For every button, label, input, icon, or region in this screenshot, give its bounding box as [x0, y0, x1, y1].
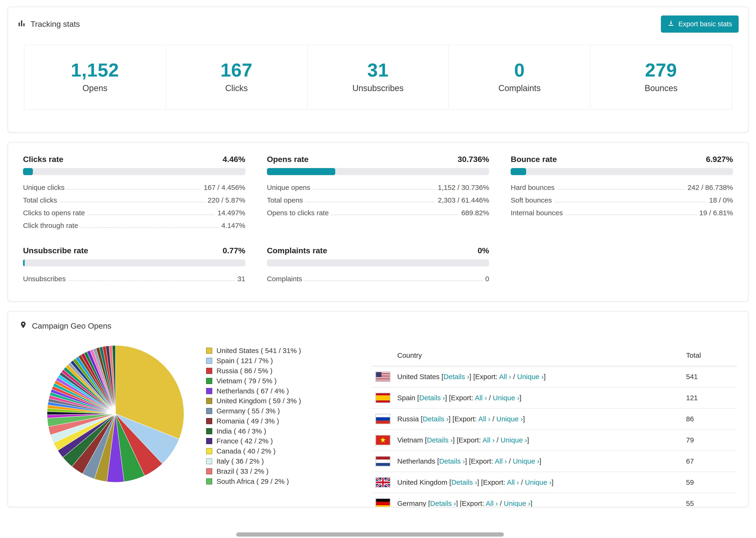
campaign-geo-opens-card: Campaign Geo Opens United States ( 541 /… [8, 311, 748, 507]
export-all-link-gb[interactable]: All › [507, 478, 519, 486]
legend-swatch [206, 398, 212, 404]
flag-gb-icon [375, 477, 391, 488]
details-link-vn[interactable]: Details › [427, 436, 453, 444]
export-all-link-es[interactable]: All › [475, 394, 487, 402]
tracking-stats-title: Tracking stats [17, 19, 80, 29]
legend-item: Romania ( 49 / 3% ) [206, 416, 371, 426]
stat-value: 279 [590, 59, 731, 81]
rate-value: 6.927% [706, 155, 733, 164]
rate-block-unsubscribe-rate: Unsubscribe rate0.77%Unsubscribes31 [23, 246, 245, 285]
bar-chart-icon [17, 19, 26, 29]
stat-opens: 1,152Opens [24, 45, 166, 110]
rate-value: 30.736% [458, 155, 489, 164]
rate-value: 4.46% [223, 155, 245, 164]
country-cell: United States [Details ›] [Export: All ›… [397, 373, 546, 381]
country-cell: Vietnam [Details ›] [Export: All › / Uni… [397, 436, 529, 444]
total-cell: 541 [686, 373, 733, 381]
tracking-stats-header: Tracking stats Export basic stats [17, 16, 739, 32]
details-link-gb[interactable]: Details › [451, 478, 477, 486]
rate-row: Total clicks220 / 5.87% [23, 194, 245, 207]
rate-value: 0.77% [223, 246, 245, 255]
legend-swatch [206, 408, 212, 414]
total-cell: 59 [686, 478, 733, 486]
export-unique-link-us[interactable]: Unique › [517, 373, 544, 381]
legend-swatch [206, 438, 212, 444]
rate-block-bounce-rate: Bounce rate6.927%Hard bounces242 / 86.73… [511, 155, 733, 232]
legend-item: Canada ( 40 / 2% ) [206, 446, 371, 456]
legend-label: Canada ( 40 / 2% ) [216, 447, 276, 455]
legend-item: Brazil ( 33 / 2% ) [206, 466, 371, 476]
rate-row: Soft bounces18 / 0% [511, 194, 733, 207]
legend-swatch [206, 368, 212, 374]
table-row-ru: Russia [Details ›] [Export: All › / Uniq… [371, 409, 737, 430]
rate-title: Clicks rate [23, 155, 63, 164]
map-pin-icon [19, 321, 27, 331]
rate-row: Hard bounces242 / 86.738% [511, 181, 733, 194]
legend-item: Germany ( 55 / 3% ) [206, 406, 371, 416]
rate-progress-bar [511, 168, 733, 175]
legend-label: United States ( 541 / 31% ) [216, 347, 301, 355]
stat-label: Complaints [449, 83, 590, 93]
export-all-link-nl[interactable]: All › [495, 457, 507, 465]
total-cell: 121 [686, 394, 733, 402]
geo-opens-pie-chart [44, 342, 188, 486]
export-basic-stats-button[interactable]: Export basic stats [661, 16, 739, 32]
rate-row: Clicks to opens rate14.497% [23, 207, 245, 219]
download-icon [668, 20, 675, 28]
flag-vn-icon [375, 435, 391, 445]
table-row-vn: Vietnam [Details ›] [Export: All › / Uni… [371, 430, 737, 451]
details-link-de[interactable]: Details › [430, 500, 456, 507]
export-all-link-us[interactable]: All › [499, 373, 512, 381]
legend-item: United Kingdom ( 59 / 3% ) [206, 396, 371, 406]
legend-swatch [206, 458, 212, 464]
total-cell: 55 [686, 500, 733, 507]
country-cell: United Kingdom [Details ›] [Export: All … [397, 478, 553, 486]
rate-row: Internal bounces19 / 6.81% [511, 207, 733, 219]
rate-block-complaints-rate: Complaints rate0%Complaints0 [267, 246, 489, 285]
legend-label: Romania ( 49 / 3% ) [216, 417, 279, 425]
tracking-stats-card: Tracking stats Export basic stats 1,152O… [8, 7, 748, 133]
rate-block-opens-rate: Opens rate30.736%Unique opens1,152 / 30.… [267, 155, 489, 232]
export-unique-link-vn[interactable]: Unique › [501, 436, 527, 444]
details-link-nl[interactable]: Details › [439, 457, 465, 465]
rate-row: Complaints0 [267, 273, 489, 285]
legend-swatch [206, 448, 212, 454]
legend-label: Vietnam ( 79 / 5% ) [216, 377, 277, 385]
page-title: Tracking stats [30, 20, 80, 28]
rate-title: Bounce rate [511, 155, 557, 164]
geo-body: United States ( 541 / 31% )Spain ( 121 /… [19, 342, 737, 507]
rate-title: Complaints rate [267, 246, 327, 255]
flag-nl-icon [375, 456, 391, 466]
export-all-link-vn[interactable]: All › [482, 436, 495, 444]
details-link-ru[interactable]: Details › [423, 415, 449, 423]
details-link-es[interactable]: Details › [419, 394, 445, 402]
export-unique-link-de[interactable]: Unique › [504, 500, 530, 507]
stat-unsubscribes: 31Unsubscribes [307, 45, 449, 110]
export-unique-link-ru[interactable]: Unique › [496, 415, 523, 423]
rate-block-clicks-rate: Clicks rate4.46%Unique clicks167 / 4.456… [23, 155, 245, 232]
rate-title: Opens rate [267, 155, 309, 164]
export-unique-link-gb[interactable]: Unique › [525, 478, 552, 486]
export-unique-link-es[interactable]: Unique › [493, 394, 519, 402]
rate-row: Total opens2,303 / 61.446% [267, 194, 489, 207]
stat-bounces: 279Bounces [590, 45, 732, 110]
export-all-link-de[interactable]: All › [486, 500, 498, 507]
rate-row: Unique opens1,152 / 30.736% [267, 181, 489, 194]
geo-title-row: Campaign Geo Opens [19, 321, 737, 331]
stat-label: Opens [25, 83, 166, 93]
country-cell: Russia [Details ›] [Export: All › / Uniq… [397, 415, 525, 423]
export-all-link-ru[interactable]: All › [478, 415, 490, 423]
legend-label: Spain ( 121 / 7% ) [216, 357, 273, 365]
horizontal-scrollbar-thumb[interactable] [236, 532, 504, 537]
country-cell: Spain [Details ›] [Export: All › / Uniqu… [397, 394, 521, 402]
export-unique-link-nl[interactable]: Unique › [513, 457, 539, 465]
country-column-header: Country [375, 351, 686, 359]
legend-item: Spain ( 121 / 7% ) [206, 356, 371, 366]
legend-label: Italy ( 36 / 2% ) [216, 457, 264, 465]
legend-item: South Africa ( 29 / 2% ) [206, 476, 371, 486]
legend-swatch [206, 388, 212, 394]
details-link-us[interactable]: Details › [444, 373, 469, 381]
total-cell: 86 [686, 415, 733, 423]
legend-item: Russia ( 86 / 5% ) [206, 366, 371, 376]
legend-swatch [206, 428, 212, 434]
